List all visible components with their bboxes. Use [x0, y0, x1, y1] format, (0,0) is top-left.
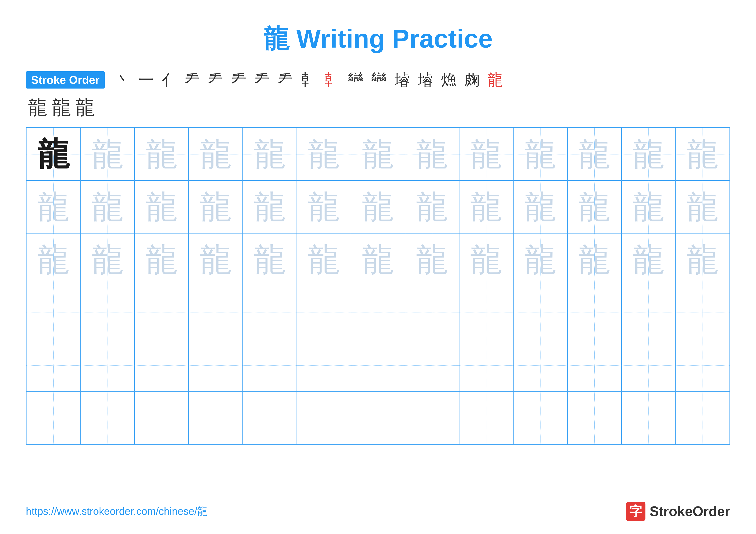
grid-cell[interactable]	[405, 392, 459, 445]
grid-cell[interactable]: 龍	[351, 128, 405, 181]
stroke-7: 龵	[255, 69, 270, 90]
grid-cell[interactable]: 龍	[567, 128, 622, 181]
grid-cell[interactable]: 龍	[567, 181, 622, 233]
grid-cell[interactable]	[567, 392, 622, 445]
grid-cell[interactable]: 龍	[243, 233, 297, 286]
grid-cell[interactable]: 龍	[405, 128, 459, 181]
grid-cell[interactable]	[351, 392, 405, 445]
grid-cell[interactable]: 龍	[134, 128, 189, 181]
grid-cell[interactable]	[405, 286, 459, 339]
grid-cell[interactable]	[80, 392, 134, 445]
grid-cell[interactable]: 龍	[80, 128, 134, 181]
grid-cell[interactable]	[26, 392, 80, 445]
grid-cell[interactable]	[622, 339, 676, 392]
grid-cell[interactable]	[134, 339, 189, 392]
grid-cell[interactable]: 龍	[80, 233, 134, 286]
grid-cell[interactable]: 龍	[513, 181, 567, 233]
stroke-8: 龵	[278, 69, 293, 90]
grid-cell[interactable]: 龍	[26, 128, 80, 181]
grid-cell[interactable]: 龍	[459, 181, 513, 233]
grid-cell[interactable]: 龍	[297, 128, 351, 181]
grid-cell[interactable]: 龍	[189, 181, 243, 233]
grid-cell[interactable]: 龍	[26, 181, 80, 233]
grid-cell[interactable]	[297, 339, 351, 392]
grid-cell[interactable]	[297, 392, 351, 445]
guide-char: 龍	[632, 191, 664, 223]
grid-cell[interactable]	[676, 286, 730, 339]
grid-cell[interactable]	[243, 392, 297, 445]
grid-cell[interactable]	[513, 339, 567, 392]
grid-cell[interactable]	[26, 339, 80, 392]
guide-char: 龍	[687, 138, 719, 170]
grid-cell[interactable]: 龍	[134, 181, 189, 233]
grid-cell[interactable]	[567, 339, 622, 392]
grid-cell[interactable]: 龍	[243, 181, 297, 233]
grid-cell[interactable]	[459, 286, 513, 339]
guide-char: 龍	[146, 243, 178, 276]
grid-cell[interactable]: 龍	[676, 128, 730, 181]
grid-cell[interactable]	[676, 339, 730, 392]
stroke-17: 龍	[487, 69, 503, 90]
grid-cell[interactable]: 龍	[622, 233, 676, 286]
grid-cell[interactable]	[189, 339, 243, 392]
grid-cell[interactable]: 龍	[513, 128, 567, 181]
grid-cell[interactable]: 龍	[405, 181, 459, 233]
grid-cell[interactable]	[189, 392, 243, 445]
grid-cell[interactable]	[80, 286, 134, 339]
guide-char: 龍	[200, 191, 232, 223]
guide-char: 龍	[37, 243, 69, 276]
guide-char: 龍	[470, 243, 502, 276]
grid-cell[interactable]	[459, 339, 513, 392]
grid-cell[interactable]	[405, 339, 459, 392]
grid-cell[interactable]	[26, 286, 80, 339]
grid-cell[interactable]: 龍	[405, 233, 459, 286]
guide-char: 龍	[687, 191, 719, 223]
footer-url[interactable]: https://www.strokeorder.com/chinese/龍	[26, 504, 207, 518]
stroke-sequence-row1: 丶 一 亻 龵 龵 龵 龵 龵 龺 龺 龻 龻 龼 龼 龽 龾 龍	[111, 69, 730, 90]
grid-cell[interactable]: 龍	[189, 233, 243, 286]
grid-cell[interactable]: 龍	[676, 181, 730, 233]
guide-char: 龍	[200, 243, 232, 276]
grid-cell[interactable]	[134, 286, 189, 339]
guide-char: 龍	[308, 138, 340, 170]
grid-cell[interactable]	[351, 286, 405, 339]
grid-cell[interactable]: 龍	[80, 181, 134, 233]
footer-logo: 字 StrokeOrder	[626, 502, 730, 521]
stroke-1: 丶	[115, 69, 131, 90]
grid-cell[interactable]	[513, 392, 567, 445]
grid-cell[interactable]: 龍	[351, 233, 405, 286]
stroke-final-3: 龍	[75, 94, 95, 121]
grid-cell[interactable]: 龍	[676, 233, 730, 286]
grid-cell[interactable]: 龍	[622, 128, 676, 181]
grid-cell[interactable]	[459, 392, 513, 445]
grid-cell[interactable]	[80, 339, 134, 392]
grid-cell[interactable]	[297, 286, 351, 339]
grid-cell[interactable]	[622, 286, 676, 339]
grid-cell[interactable]: 龍	[459, 128, 513, 181]
grid-cell[interactable]	[243, 286, 297, 339]
grid-cell[interactable]	[513, 286, 567, 339]
grid-cell[interactable]: 龍	[26, 233, 80, 286]
stroke-sequence-row2: 龍 龍 龍	[26, 94, 730, 121]
grid-cell[interactable]	[243, 339, 297, 392]
grid-cell[interactable]: 龍	[243, 128, 297, 181]
grid-cell[interactable]: 龍	[297, 181, 351, 233]
grid-cell[interactable]: 龍	[297, 233, 351, 286]
stroke-order-label: Stroke Order	[26, 71, 105, 89]
grid-cell[interactable]: 龍	[351, 181, 405, 233]
grid-cell[interactable]	[567, 286, 622, 339]
grid-cell[interactable]: 龍	[567, 233, 622, 286]
grid-cell[interactable]: 龍	[513, 233, 567, 286]
guide-char: 龍	[254, 138, 286, 170]
grid-cell[interactable]	[676, 392, 730, 445]
grid-cell[interactable]	[189, 286, 243, 339]
grid-cell[interactable]: 龍	[622, 181, 676, 233]
guide-char: 龍	[254, 243, 286, 276]
grid-cell[interactable]: 龍	[459, 233, 513, 286]
grid-cell[interactable]	[134, 392, 189, 445]
stroke-10: 龺	[325, 69, 340, 90]
grid-cell[interactable]: 龍	[134, 233, 189, 286]
grid-cell[interactable]	[622, 392, 676, 445]
grid-cell[interactable]	[351, 339, 405, 392]
grid-cell[interactable]: 龍	[189, 128, 243, 181]
